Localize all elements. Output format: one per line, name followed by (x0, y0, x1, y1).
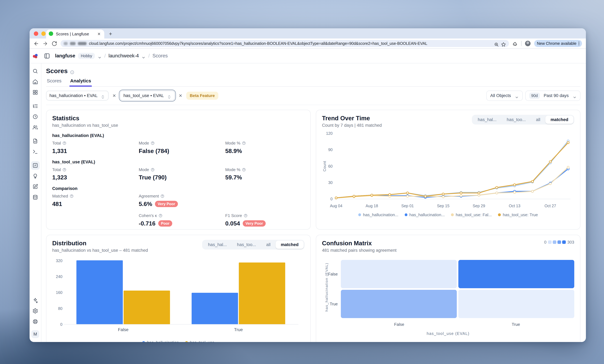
svg-text:160: 160 (56, 290, 63, 295)
distribution-title: Distribution (52, 240, 148, 247)
object-type-select[interactable]: All Objects (486, 90, 523, 101)
score2-select[interactable]: has_tool_use • EVAL (120, 91, 175, 101)
chevron-down-icon[interactable] (142, 54, 146, 58)
metric-mode-2: Mode True (790) (139, 167, 225, 181)
confusion-grid (341, 260, 574, 318)
help-icon[interactable] (151, 141, 155, 145)
chart-tab-hastoo[interactable]: has_too... (232, 240, 261, 249)
tab-scores[interactable]: Scores (46, 78, 62, 86)
distribution-card: Distribution has_hallucination vs has_to… (46, 235, 311, 342)
confusion-color-scale: 0 303 (544, 240, 574, 245)
browser-menu-icon[interactable] (579, 42, 579, 45)
metric-modepct-1: Mode % 58.9% (225, 141, 304, 154)
date-range-select[interactable]: 90d Past 90 days (525, 90, 580, 101)
sidebar-item-playground[interactable] (31, 148, 40, 156)
browser-profile-avatar[interactable] (525, 41, 530, 46)
sidebar-item-prompts[interactable] (31, 137, 40, 145)
lifebuoy-icon (32, 319, 38, 324)
remove-score2-icon[interactable]: ✕ (177, 92, 184, 99)
sidebar-item-sessions[interactable] (31, 113, 40, 121)
svg-text:0: 0 (60, 322, 63, 326)
chevron-down-icon[interactable] (98, 54, 102, 58)
info-icon[interactable] (70, 69, 75, 73)
confusion-cell-False-False[interactable] (341, 260, 457, 288)
forward-icon[interactable] (42, 41, 48, 46)
address-bar[interactable]: cloud.langfuse.com/project/cmhnuoj660007… (61, 40, 509, 47)
confusion-cell-False-True[interactable] (458, 260, 574, 288)
help-icon[interactable] (70, 194, 74, 198)
statistics-title: Statistics (52, 115, 304, 122)
site-info-blurred (78, 42, 87, 45)
browser-tab[interactable]: Scores | Langfuse ✕ (46, 30, 104, 39)
chrome-update-pill[interactable]: New Chrome available (534, 40, 582, 47)
sidebar-item-users[interactable] (31, 123, 40, 132)
site-info-blurred (70, 42, 76, 45)
confusion-cell-True-False[interactable] (341, 290, 457, 318)
help-icon[interactable] (159, 214, 163, 218)
help-icon[interactable] (242, 141, 246, 145)
row-label: False (327, 260, 341, 288)
reload-icon[interactable] (51, 41, 57, 46)
confusion-title: Confusion Matrix (322, 240, 397, 247)
legend-item: has_tool_use: True (498, 213, 538, 217)
tab-close-icon[interactable]: ✕ (97, 32, 101, 36)
minimize-window-button[interactable] (41, 31, 46, 36)
data-point (531, 190, 534, 192)
sidebar-item-home[interactable] (31, 77, 40, 86)
metric-cohens-kappa: Cohen's κ -0.716Poor (139, 213, 225, 227)
chart-tab-hastoo[interactable]: has_too... (502, 115, 531, 124)
help-icon[interactable] (151, 168, 155, 172)
sidebar-item-dashboards[interactable] (31, 88, 40, 97)
chevrons-up-down-icon (167, 93, 171, 98)
svg-text:90: 90 (328, 148, 333, 152)
sidebar-item-ai-assistant[interactable] (31, 296, 40, 305)
help-icon[interactable] (160, 194, 164, 198)
help-icon[interactable] (242, 168, 246, 172)
back-icon[interactable] (34, 41, 39, 46)
bookmark-star-icon[interactable] (501, 41, 506, 46)
sidebar-toggle-icon[interactable] (44, 53, 50, 59)
confusion-y-axis-label: has_hallucination (EVAL) (322, 260, 327, 318)
breadcrumb-org[interactable]: langfuse (55, 53, 75, 59)
sidebar-item-datasets[interactable] (31, 193, 40, 202)
svg-text:60: 60 (328, 164, 333, 168)
chrome-update-label: New Chrome available (537, 41, 577, 46)
chart-tab-matched[interactable]: matched (545, 115, 573, 124)
zoom-icon[interactable] (494, 41, 499, 46)
database-icon (32, 194, 38, 200)
maximize-window-button[interactable] (49, 31, 53, 36)
sidebar-item-settings[interactable] (31, 307, 40, 315)
user-avatar[interactable]: M (31, 330, 39, 338)
chart-tab-hashal[interactable]: has_hal... (203, 240, 232, 249)
breadcrumb-project[interactable]: launchweek-4 (109, 53, 139, 59)
sidebar-item-support[interactable] (31, 317, 40, 326)
trend-legend: has_hallucination...has_hallucination...… (322, 213, 574, 217)
langfuse-logo-icon[interactable] (30, 53, 41, 59)
scale-swatch (548, 240, 552, 244)
help-icon[interactable] (63, 168, 66, 172)
tab-analytics[interactable]: Analytics (69, 78, 92, 86)
help-icon[interactable] (63, 141, 66, 145)
url-text: cloud.langfuse.com/project/cmhnuoj660007… (89, 41, 492, 46)
sidebar-item-tracing[interactable] (31, 102, 40, 111)
help-icon[interactable] (244, 214, 248, 218)
clock-icon (32, 114, 38, 120)
score1-select[interactable]: has_hallucination • EVAL (46, 91, 109, 101)
section-heading: has_tool_use (EVAL) (52, 159, 304, 164)
legend-item: has_hallucination... (405, 213, 445, 217)
sidebar-item-search[interactable] (31, 67, 40, 75)
chart-tab-all[interactable]: all (531, 115, 545, 124)
score2-label: has_tool_use • EVAL (124, 93, 164, 98)
remove-score1-icon[interactable]: ✕ (111, 92, 117, 99)
chart-tab-all[interactable]: all (261, 240, 276, 249)
sidebar-item-evaluators[interactable] (31, 172, 40, 180)
chart-tab-matched[interactable]: matched (276, 240, 303, 249)
close-window-button[interactable] (34, 31, 38, 36)
extensions-icon[interactable] (513, 41, 518, 46)
confusion-cell-True-True[interactable] (458, 290, 574, 318)
chart-tab-hashal[interactable]: has_hal... (473, 115, 502, 124)
legend-dot (142, 341, 145, 342)
new-tab-button[interactable]: + (109, 31, 112, 37)
sidebar-item-scores[interactable] (31, 161, 40, 170)
sidebar-item-annotation[interactable] (31, 182, 40, 191)
